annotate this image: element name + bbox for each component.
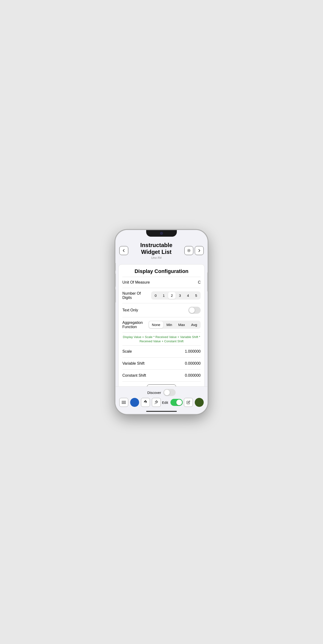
- screen: Instructable Widget List Uno R4: [116, 230, 208, 414]
- volume-up-btn: [116, 274, 116, 287]
- bottom-right-icons: [184, 398, 204, 407]
- constant-shift-value[interactable]: 0.000000: [185, 374, 201, 378]
- notch: [146, 230, 177, 237]
- forward-button[interactable]: [195, 246, 204, 255]
- phone-frame: Instructable Widget List Uno R4: [116, 230, 208, 414]
- text-only-thumb: [189, 308, 195, 313]
- constant-shift-label: Constant Shift: [122, 374, 146, 378]
- bottom-left-icons: [119, 398, 161, 407]
- constant-shift-row: Constant Shift 0.000000: [118, 370, 204, 382]
- aggregation-function-row: Aggregation Function None Min Max Avg: [118, 317, 204, 332]
- variable-shift-value[interactable]: 0.000000: [185, 361, 201, 366]
- header-right-buttons: [184, 246, 204, 255]
- text-only-toggle[interactable]: [188, 307, 201, 314]
- digits-option-2[interactable]: 2: [168, 292, 176, 299]
- digits-option-4[interactable]: 4: [184, 292, 192, 299]
- user-avatar[interactable]: [195, 398, 204, 407]
- ok-button-wrap: Ok: [118, 382, 204, 386]
- home-indicator: [116, 409, 208, 414]
- formula-text: Display Value = Scale * Received Value +…: [118, 332, 204, 345]
- power-btn: [207, 272, 208, 291]
- agg-option-max[interactable]: Max: [176, 321, 188, 328]
- aggregation-segmented-control: None Min Max Avg: [148, 320, 201, 329]
- digits-option-3[interactable]: 3: [176, 292, 184, 299]
- home-bar: [146, 411, 177, 412]
- agg-option-avg[interactable]: Avg: [188, 321, 200, 328]
- camera: [160, 232, 163, 235]
- discover-row: Discover: [119, 389, 204, 396]
- display-config-card: Display Configuration Unit Of Measure C …: [118, 264, 205, 386]
- volume-down-btn: [116, 290, 116, 302]
- bottom-bar: Discover: [116, 386, 208, 409]
- digits-segmented-control: 0 1 2 3 4 5: [151, 291, 201, 300]
- discover-toggle[interactable]: [164, 389, 176, 396]
- scale-label: Scale: [122, 349, 132, 354]
- text-only-track: [188, 307, 201, 314]
- agg-option-min[interactable]: Min: [164, 321, 175, 328]
- page-title: Instructable Widget List: [130, 242, 182, 256]
- edit-thumb: [176, 400, 182, 405]
- discover-thumb: [164, 390, 170, 395]
- edit-track: [170, 399, 183, 406]
- unit-of-measure-label: Unit Of Measure: [122, 280, 150, 284]
- header-title-area: Instructable Widget List Uno R4: [130, 242, 182, 260]
- back-button[interactable]: [119, 246, 128, 255]
- aggregation-function-label: Aggregation Function: [122, 320, 148, 329]
- discover-label: Discover: [147, 390, 161, 394]
- digits-option-0[interactable]: 0: [152, 292, 160, 299]
- unit-of-measure-value[interactable]: C: [198, 280, 201, 284]
- edit-toggle[interactable]: [170, 399, 183, 406]
- number-of-digits-label: Number Of Digits: [122, 291, 151, 300]
- card-title: Display Configuration: [118, 264, 204, 277]
- scale-value[interactable]: 1.000000: [185, 349, 201, 354]
- variable-shift-row: Variable Shift 0.000000: [118, 358, 204, 370]
- discover-track: [164, 389, 176, 396]
- text-only-label: Text Only: [122, 308, 138, 312]
- svg-point-0: [188, 250, 190, 251]
- agg-option-none[interactable]: None: [149, 321, 163, 328]
- digits-option-5[interactable]: 5: [192, 292, 200, 299]
- volume-silent-btn: [116, 263, 116, 270]
- number-of-digits-row: Number Of Digits 0 1 2 3 4 5: [118, 288, 204, 303]
- main-content: Display Configuration Unit Of Measure C …: [116, 262, 208, 386]
- variable-shift-label: Variable Shift: [122, 361, 144, 366]
- menu-button[interactable]: [119, 398, 128, 407]
- text-only-row: Text Only: [118, 304, 204, 317]
- page-subtitle: Uno R4: [130, 256, 182, 260]
- pencil-button[interactable]: [184, 398, 193, 407]
- unpin-button[interactable]: [152, 398, 161, 407]
- settings-button[interactable]: [184, 246, 193, 255]
- edit-row: Edit: [162, 399, 183, 406]
- unit-of-measure-row: Unit Of Measure C: [118, 277, 204, 288]
- ok-button[interactable]: Ok: [147, 384, 176, 386]
- bottom-icons-row: Edit: [119, 398, 204, 407]
- pin-button[interactable]: [141, 398, 150, 407]
- header: Instructable Widget List Uno R4: [116, 240, 208, 262]
- scale-row: Scale 1.000000: [118, 346, 204, 357]
- digits-option-1[interactable]: 1: [160, 292, 168, 299]
- blue-circle-button[interactable]: [130, 398, 139, 407]
- svg-line-5: [155, 403, 156, 404]
- edit-label: Edit: [162, 400, 168, 404]
